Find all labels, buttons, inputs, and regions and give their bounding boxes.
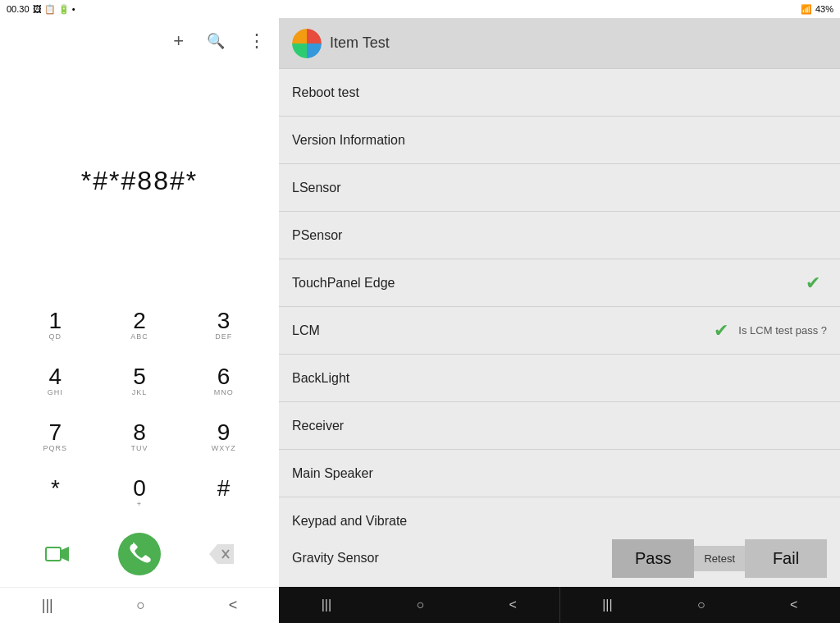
test-item-label-2: LSensor bbox=[292, 181, 827, 195]
battery-level: 43% bbox=[815, 4, 833, 14]
delete-button[interactable] bbox=[200, 533, 243, 575]
test-item-label-7: Receiver bbox=[292, 419, 827, 433]
home-icon-bottom-left[interactable]: ○ bbox=[416, 598, 424, 612]
dialer-toolbar: + 🔍 ⋮ bbox=[0, 18, 279, 64]
key-0[interactable]: 0+ bbox=[98, 465, 182, 521]
app-icon-graphic bbox=[292, 29, 322, 58]
retest-button[interactable]: Retest bbox=[694, 546, 745, 571]
key-1[interactable]: 1QD bbox=[13, 298, 98, 354]
nav-bar-bottom: ||| ○ < ||| ○ < bbox=[279, 587, 840, 623]
key-num-2: 3 bbox=[217, 309, 231, 332]
key-num-3: 4 bbox=[49, 365, 62, 388]
key-sub-6: PQRS bbox=[43, 444, 68, 454]
key-sub-7: TUV bbox=[130, 444, 148, 454]
status-bar-left: 00.30 🖼 📋 🔋 • bbox=[7, 4, 75, 15]
key-8[interactable]: 8TUV bbox=[98, 410, 182, 465]
key-9[interactable]: 9WXYZ bbox=[181, 410, 266, 465]
key-3[interactable]: 3DEF bbox=[181, 298, 266, 354]
key-4[interactable]: 4GHI bbox=[13, 354, 98, 410]
test-item-8[interactable]: Main Speaker bbox=[279, 450, 840, 497]
dialer-display: *#*#88#* bbox=[0, 64, 279, 298]
key-sub-0: QD bbox=[49, 332, 62, 342]
dialer-panel: + 🔍 ⋮ *#*#88#* 1QD2ABC3DEF4GHI5JKL6MNO7P… bbox=[0, 18, 279, 623]
home-icon[interactable]: ○ bbox=[136, 597, 145, 614]
recent-icon-bottom-left[interactable]: ||| bbox=[322, 598, 331, 612]
test-item-5[interactable]: LCM✔Is LCM test pass ? bbox=[279, 307, 840, 355]
key-num-11: # bbox=[217, 477, 231, 500]
test-item-label-6: BackLight bbox=[292, 371, 827, 386]
key-star[interactable]: * bbox=[13, 465, 98, 521]
key-num-9: * bbox=[51, 477, 60, 500]
test-item-label-5: LCM bbox=[292, 323, 714, 338]
status-icons: 🖼 📋 🔋 • bbox=[33, 4, 75, 15]
add-contact-button[interactable]: + bbox=[170, 27, 187, 55]
menu-button[interactable]: ⋮ bbox=[244, 27, 269, 55]
check-icon-5: ✔ bbox=[714, 320, 728, 341]
check-icon-4: ✔ bbox=[806, 273, 820, 294]
test-item-7[interactable]: Receiver bbox=[279, 402, 840, 450]
test-item-4[interactable]: TouchPanel Edge✔ bbox=[279, 259, 840, 307]
pass-button[interactable]: Pass bbox=[612, 539, 694, 578]
gravity-sensor-label: Gravity Sensor bbox=[292, 551, 612, 566]
key-5[interactable]: 5JKL bbox=[98, 354, 182, 410]
key-num-4: 5 bbox=[133, 365, 146, 388]
app-icon bbox=[292, 29, 322, 58]
panel-title: Item Test bbox=[330, 34, 390, 52]
test-item-1[interactable]: Version Information bbox=[279, 117, 840, 164]
test-item-0[interactable]: Reboot test bbox=[279, 69, 840, 117]
svg-marker-1 bbox=[62, 547, 69, 561]
recent-apps-icon[interactable]: ||| bbox=[42, 597, 53, 614]
back-icon[interactable]: < bbox=[229, 597, 238, 614]
key-num-7: 8 bbox=[133, 421, 146, 444]
key-num-1: 2 bbox=[133, 309, 146, 332]
nav-section-left: ||| ○ < bbox=[279, 587, 559, 623]
back-icon-bottom-right[interactable]: < bbox=[790, 598, 797, 612]
test-item-label-3: PSensor bbox=[292, 228, 827, 243]
test-item-note-5: Is LCM test pass ? bbox=[738, 324, 827, 337]
wifi-icon: 📶 bbox=[801, 4, 812, 15]
key-6[interactable]: 6MNO bbox=[181, 354, 266, 410]
nav-bar-left: ||| ○ < bbox=[0, 587, 279, 623]
key-sub-3: GHI bbox=[48, 388, 63, 398]
back-icon-bottom-left[interactable]: < bbox=[509, 598, 516, 612]
test-list: Reboot testVersion InformationLSensorPSe… bbox=[279, 69, 840, 529]
key-sub-2: DEF bbox=[215, 332, 232, 342]
video-call-button[interactable] bbox=[36, 533, 79, 575]
test-item-9[interactable]: Keypad and Vibrate bbox=[279, 497, 840, 529]
key-sub-4: JKL bbox=[132, 388, 148, 398]
call-button[interactable] bbox=[118, 533, 161, 575]
dialer-input: *#*#88#* bbox=[81, 166, 198, 196]
key-num-10: 0 bbox=[133, 477, 146, 500]
key-2[interactable]: 2ABC bbox=[98, 298, 182, 354]
test-item-label-0: Reboot test bbox=[292, 85, 827, 100]
item-test-panel: Item Test Reboot testVersion Information… bbox=[279, 18, 840, 623]
key-sub-8: WXYZ bbox=[212, 444, 236, 454]
nav-section-right: ||| ○ < bbox=[560, 587, 841, 623]
test-item-3[interactable]: PSensor bbox=[279, 212, 840, 259]
fail-button[interactable]: Fail bbox=[745, 539, 827, 578]
test-item-label-8: Main Speaker bbox=[292, 466, 827, 481]
recent-icon-bottom-right[interactable]: ||| bbox=[602, 598, 612, 612]
item-test-header: Item Test bbox=[279, 18, 840, 69]
home-icon-bottom-right[interactable]: ○ bbox=[697, 598, 705, 612]
key-num-0: 1 bbox=[49, 309, 62, 332]
status-bar-right: 📶 43% bbox=[801, 4, 833, 15]
key-num-6: 7 bbox=[49, 421, 62, 444]
key-hash[interactable]: # bbox=[181, 465, 266, 521]
test-item-6[interactable]: BackLight bbox=[279, 355, 840, 402]
keypad: 1QD2ABC3DEF4GHI5JKL6MNO7PQRS8TUV9WXYZ*0+… bbox=[0, 298, 279, 521]
key-num-8: 9 bbox=[217, 421, 231, 444]
test-item-label-1: Version Information bbox=[292, 133, 827, 148]
search-button[interactable]: 🔍 bbox=[203, 29, 228, 53]
test-item-label-9: Keypad and Vibrate bbox=[292, 514, 827, 529]
dialer-actions bbox=[0, 521, 279, 587]
test-item-2[interactable]: LSensor bbox=[279, 164, 840, 212]
key-7[interactable]: 7PQRS bbox=[13, 410, 98, 465]
status-bar: 00.30 🖼 📋 🔋 • 📶 43% bbox=[0, 0, 840, 18]
key-sub-5: MNO bbox=[214, 388, 234, 398]
main-content: + 🔍 ⋮ *#*#88#* 1QD2ABC3DEF4GHI5JKL6MNO7P… bbox=[0, 18, 840, 623]
key-num-5: 6 bbox=[217, 365, 231, 388]
key-sub-1: ABC bbox=[130, 332, 148, 342]
status-time: 00.30 bbox=[7, 4, 30, 14]
test-item-label-4: TouchPanel Edge bbox=[292, 276, 806, 291]
